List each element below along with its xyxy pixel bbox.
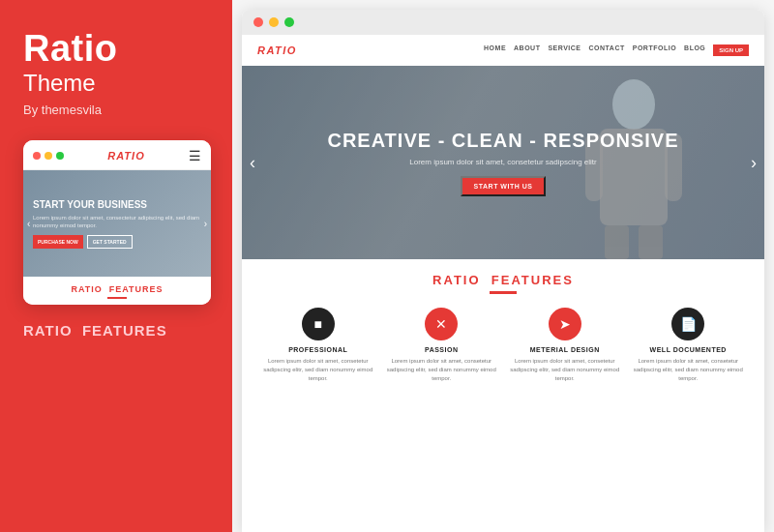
mobile-get-started-button[interactable]: GET STARTED [87,235,133,249]
site-nav-service[interactable]: SERVICE [548,44,580,56]
by-text: By themesvila [23,103,118,117]
left-bottom-features-text: RATIO FEATURES [23,322,167,339]
site-hero-arrow-right-icon[interactable]: › [751,153,757,173]
site-nav-home[interactable]: HOME [484,44,506,56]
feature-passion-name: PASSION [425,346,459,353]
svg-rect-2 [605,225,629,259]
mobile-features-section: RATIO FEATURES [23,277,211,305]
features-underline [490,291,517,294]
site-hero-desc: Lorem ipsum dolor sit amet, consetetur s… [327,158,678,166]
mobile-features-label2: FEATURES [109,284,164,294]
site-features: RATIO FEATURES ■ PROFESSIONAL Lorem ipsu… [242,259,764,532]
site-hero-arrow-left-icon[interactable]: ‹ [250,153,255,173]
mobile-hero-content: START YOUR BUSINESS Lorem ipsum dolor si… [33,198,201,249]
hamburger-icon[interactable]: ☰ [189,148,201,163]
feature-material: ➤ METERIAL DESIGN Lorem ipsum dolor sit … [508,308,622,383]
mobile-hero-title: START YOUR BUSINESS [33,198,201,211]
site-nav-blog[interactable]: BLOG [684,44,705,56]
features-label1: RATIO [432,273,480,287]
mobile-arrow-right-icon[interactable]: › [204,218,207,228]
site-nav-portfolio[interactable]: PORTFOLIO [633,44,676,56]
feature-passion: ✕ PASSION Lorem ipsum dolor sit amet, co… [385,308,499,383]
site-nav-about[interactable]: ABOUT [514,44,540,56]
mobile-features-title: RATIO FEATURES [23,284,211,294]
mobile-logo: RATIO [107,150,144,162]
mobile-hero-buttons: PURCHASE NOW GET STARTED [33,235,201,249]
site-features-title: RATIO FEATURES [261,273,745,287]
mobile-features-label1: RATIO [71,284,102,294]
site-nav-signup-button[interactable]: SIGN UP [713,44,749,56]
site-nav-links: HOME ABOUT SERVICE CONTACT PORTFOLIO BLO… [316,44,749,56]
site-navbar: RATIO HOME ABOUT SERVICE CONTACT PORTFOL… [242,35,764,66]
svg-point-0 [612,79,655,130]
left-features-label2: FEATURES [82,322,167,339]
title-text: Ratio [23,29,118,70]
feature-material-icon: ➤ [549,308,581,340]
mobile-mockup: RATIO ☰ ‹ START YOUR BUSINESS Lorem ipsu… [23,140,211,305]
feature-professional-desc: Lorem ipsum dolor sit amet, consetetur s… [261,357,375,383]
feature-professional-name: PROFESSIONAL [288,346,347,353]
browser-dot-red[interactable] [253,17,263,27]
svg-rect-3 [639,225,663,259]
feature-professional-icon: ■ [302,308,335,340]
subtitle-text: Theme [23,70,118,97]
feature-documented-desc: Lorem ipsum dolor sit amet, consetetur s… [632,357,746,383]
feature-passion-desc: Lorem ipsum dolor sit amet, consetetur s… [385,357,499,383]
feature-material-name: METERIAL DESIGN [530,346,600,353]
left-bottom-features: RATIO FEATURES [23,322,167,339]
site-hero-content: CREATIVE - CLEAN - RESPONSIVE Lorem ipsu… [327,130,678,196]
theme-title: Ratio Theme By themesvila [23,29,118,117]
feature-documented: 📄 WELL DOCUMENTED Lorem ipsum dolor sit … [632,308,746,383]
mobile-hero: ‹ START YOUR BUSINESS Lorem ipsum dolor … [23,170,211,277]
mobile-features-underline [107,297,127,299]
features-grid: ■ PROFESSIONAL Lorem ipsum dolor sit ame… [261,308,745,383]
site-hero-cta-button[interactable]: START WITH US [461,176,547,196]
feature-documented-name: WELL DOCUMENTED [650,346,727,353]
right-panel: RATIO HOME ABOUT SERVICE CONTACT PORTFOL… [232,0,774,532]
browser-dot-green[interactable] [284,17,294,27]
site-hero: ‹ CREATIVE - CLEAN - RESPONSIVE Lorem ip… [242,66,764,259]
mobile-purchase-button[interactable]: PURCHASE NOW [33,235,83,249]
mobile-dot-yellow [45,152,52,160]
mobile-hero-desc: Lorem ipsum dolor sit amet, consectetur … [33,214,201,230]
mobile-arrow-left-icon[interactable]: ‹ [27,218,30,228]
browser-dot-yellow[interactable] [269,17,279,27]
browser-top-bar [242,10,764,35]
feature-documented-icon: 📄 [671,308,704,340]
mobile-dot-green [56,152,64,160]
mobile-dot-red [33,152,41,160]
browser-chrome: RATIO HOME ABOUT SERVICE CONTACT PORTFOL… [242,10,764,532]
site-nav-logo: RATIO [257,44,297,56]
feature-professional: ■ PROFESSIONAL Lorem ipsum dolor sit ame… [261,308,375,383]
browser-content: RATIO HOME ABOUT SERVICE CONTACT PORTFOL… [242,35,764,532]
mobile-dots [33,152,64,160]
feature-material-desc: Lorem ipsum dolor sit amet, consetetur s… [508,357,622,383]
site-hero-title: CREATIVE - CLEAN - RESPONSIVE [327,130,678,152]
site-nav-contact[interactable]: CONTACT [589,44,625,56]
left-features-label1: RATIO [23,322,73,339]
left-panel: Ratio Theme By themesvila RATIO ☰ ‹ STAR… [0,0,232,532]
feature-passion-icon: ✕ [425,308,458,340]
mobile-top-bar: RATIO ☰ [23,140,211,170]
features-label2: FEATURES [491,273,574,287]
